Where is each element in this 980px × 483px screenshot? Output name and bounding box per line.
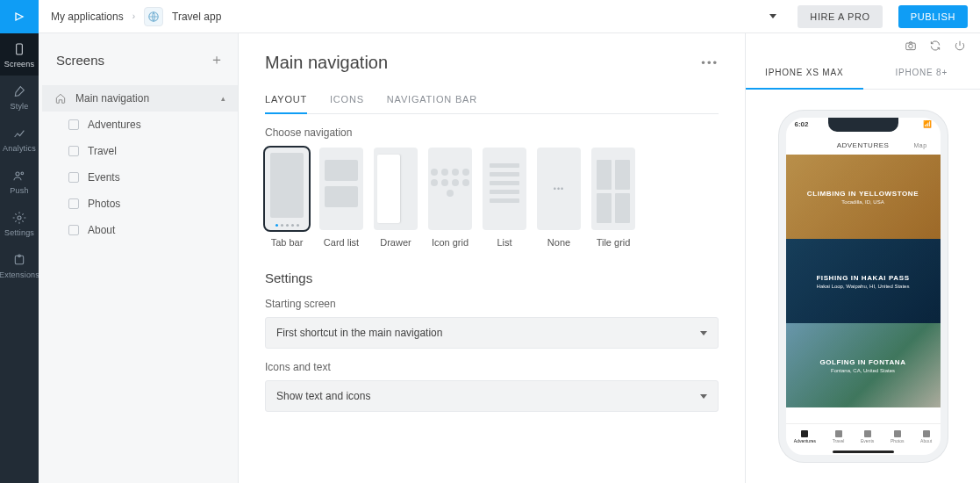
rail-label: Push: [10, 186, 28, 195]
refresh-icon[interactable]: [929, 40, 941, 52]
rail-item-extensions[interactable]: Extensions: [0, 244, 39, 286]
svg-point-8: [909, 44, 913, 48]
screens-panel: Screens ＋ Main navigation ▴ Adventures: [39, 33, 239, 483]
preview-card: FISHING IN HAKAI PASS Hakai Loop, Waipah…: [786, 239, 941, 323]
chart-icon: [12, 126, 26, 141]
chevron-right-icon: ›: [132, 11, 135, 21]
tree-item-travel[interactable]: Travel: [42, 138, 238, 164]
app-header-right: Map: [914, 142, 932, 148]
nav-option-card-list[interactable]: Card list: [319, 148, 363, 248]
nav-option-tile-grid[interactable]: Tile grid: [591, 148, 635, 248]
chevron-up-icon[interactable]: ▴: [221, 94, 225, 103]
topbar: My applications › Travel app HIRE A PRO …: [39, 0, 980, 33]
preview-tabbar: Adventures Travel Events Photos About: [786, 423, 941, 448]
rail-item-analytics[interactable]: Analytics: [0, 118, 39, 160]
editor-panel: Main navigation ••• LAYOUT ICONS NAVIGAT…: [239, 33, 745, 483]
add-screen-button[interactable]: ＋: [210, 51, 224, 69]
tree-label: Main navigation: [75, 92, 149, 105]
gear-icon: [12, 211, 26, 225]
brush-icon: [12, 84, 26, 98]
rail-item-screens[interactable]: Screens: [0, 33, 39, 76]
more-menu[interactable]: •••: [701, 56, 719, 69]
device-tabs: IPHONE XS MAX IPHONE 8+: [746, 57, 980, 90]
tree-label: Photos: [88, 198, 120, 210]
tree-item-adventures[interactable]: Adventures: [42, 112, 238, 138]
tree-label: Travel: [88, 145, 117, 157]
nav-option-tab-bar[interactable]: Tab bar: [265, 148, 309, 248]
rail-label: Style: [10, 102, 28, 111]
screen-icon: [68, 119, 79, 130]
tree-item-about[interactable]: About: [42, 217, 238, 243]
rail-label: Screens: [4, 60, 34, 68]
rail-item-style[interactable]: Style: [0, 76, 39, 118]
preview-panel: IPHONE XS MAX IPHONE 8+ 6:02 📶 ADVENTURE…: [745, 33, 980, 483]
navigation-options: Tab bar Card list Drawer Icon grid List: [265, 148, 719, 248]
screen-icon: [68, 225, 79, 235]
nav-option-icon-grid[interactable]: Icon grid: [428, 148, 472, 248]
tree-label: Adventures: [88, 119, 141, 131]
rail-item-push[interactable]: Push: [0, 160, 39, 202]
tree-label: Events: [88, 171, 120, 184]
power-icon[interactable]: [954, 40, 966, 52]
tree-label: About: [88, 224, 115, 236]
icons-text-label: Icons and text: [265, 361, 719, 373]
svg-point-2: [21, 172, 24, 175]
signal-icon: 📶: [923, 120, 932, 128]
starting-screen-select[interactable]: First shortcut in the main navigation: [265, 317, 719, 349]
camera-icon[interactable]: [905, 40, 917, 52]
rail-item-settings[interactable]: Settings: [0, 202, 39, 244]
side-rail: Screens Style Analytics Push Settings Ex…: [0, 0, 39, 483]
phone-icon: [12, 42, 26, 56]
puzzle-icon: [12, 253, 26, 267]
breadcrumb-root[interactable]: My applications: [51, 11, 124, 23]
page-title: Main navigation: [265, 53, 701, 73]
publish-button[interactable]: PUBLISH: [898, 5, 968, 28]
tree-item-main-navigation[interactable]: Main navigation ▴: [42, 85, 238, 112]
starting-screen-label: Starting screen: [265, 298, 719, 310]
nav-option-drawer[interactable]: Drawer: [374, 148, 418, 248]
settings-heading: Settings: [265, 270, 719, 285]
home-icon: [54, 92, 67, 105]
notch: [828, 118, 898, 132]
screen-icon: [68, 146, 79, 156]
nav-option-none[interactable]: None: [537, 148, 581, 248]
preview-card: CLIMBING IN YELLOWSTONE Tocadilla, ID, U…: [786, 155, 941, 239]
users-icon: [12, 169, 26, 183]
nav-option-list[interactable]: List: [483, 148, 526, 248]
rail-label: Extensions: [0, 270, 39, 279]
breadcrumb-app[interactable]: Travel app: [172, 11, 221, 23]
hire-a-pro-button[interactable]: HIRE A PRO: [798, 5, 882, 28]
tab-icons[interactable]: ICONS: [330, 89, 364, 113]
tab-layout[interactable]: LAYOUT: [265, 89, 307, 113]
choose-navigation-label: Choose navigation: [265, 126, 719, 139]
rail-label: Settings: [4, 228, 34, 237]
screen-icon: [68, 172, 79, 183]
preview-card: GOLFING IN FONTANA Fontana, CA, United S…: [786, 323, 941, 407]
app-header-title: ADVENTURES: [812, 141, 914, 149]
icons-text-select[interactable]: Show text and icons: [265, 380, 719, 412]
account-dropdown[interactable]: [769, 14, 776, 18]
svg-rect-0: [17, 44, 23, 54]
screens-title: Screens: [56, 53, 210, 68]
device-tab-8plus[interactable]: IPHONE 8+: [863, 57, 981, 89]
rail-label: Analytics: [3, 144, 36, 153]
editor-tabs: LAYOUT ICONS NAVIGATION BAR: [265, 89, 719, 114]
main-area: My applications › Travel app HIRE A PRO …: [39, 0, 980, 483]
home-indicator: [833, 451, 894, 453]
logo[interactable]: [0, 0, 39, 33]
screen-icon: [68, 198, 79, 209]
svg-point-1: [16, 172, 19, 176]
device-preview: 6:02 📶 ADVENTURES Map CLIMBING IN YELLOW…: [779, 111, 948, 462]
app-icon: [144, 7, 163, 26]
tree-item-photos[interactable]: Photos: [42, 191, 238, 217]
svg-point-3: [18, 216, 21, 220]
chevron-down-icon: [700, 394, 707, 399]
tab-navigation-bar[interactable]: NAVIGATION BAR: [387, 89, 477, 113]
chevron-down-icon: [700, 331, 707, 335]
device-tab-xs-max[interactable]: IPHONE XS MAX: [746, 57, 863, 90]
tree-item-events[interactable]: Events: [42, 164, 238, 191]
